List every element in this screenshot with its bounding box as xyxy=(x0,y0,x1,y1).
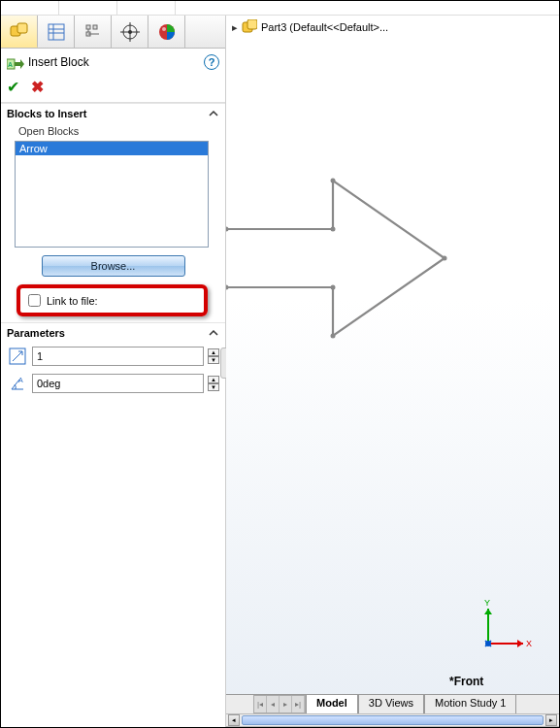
configuration-manager-tab[interactable] xyxy=(75,16,112,48)
document-tabstrip xyxy=(1,1,559,16)
scroll-left-button[interactable]: ◂ xyxy=(228,714,240,726)
parameters-section-header[interactable]: Parameters xyxy=(1,322,225,343)
svg-point-26 xyxy=(331,334,336,339)
svg-rect-1 xyxy=(17,23,27,33)
parameters-section-label: Parameters xyxy=(7,327,65,339)
motion-study-tab[interactable]: Motion Study 1 xyxy=(424,694,516,713)
ok-button[interactable]: ✔ xyxy=(7,78,19,96)
scale-spinner[interactable]: ▲▼ xyxy=(208,348,219,364)
open-blocks-label: Open Blocks xyxy=(1,123,225,139)
svg-point-14 xyxy=(128,30,132,34)
svg-point-16 xyxy=(162,27,166,31)
blocks-section-header[interactable]: Blocks to Insert xyxy=(1,103,225,123)
arrow-sketch-geometry xyxy=(226,171,449,346)
orientation-triad: X Y xyxy=(478,597,537,655)
expand-triangle-icon[interactable]: ▸ xyxy=(232,21,238,34)
angle-parameter-row: A ▲▼ xyxy=(1,370,225,397)
cancel-button[interactable]: ✖ xyxy=(31,78,44,96)
display-manager-tab[interactable] xyxy=(148,16,185,48)
scale-input[interactable] xyxy=(32,347,204,366)
feature-tree-breadcrumb[interactable]: ▸ Part3 (Default<<Default>... xyxy=(226,16,559,39)
command-title: Insert Block xyxy=(28,55,89,69)
scroll-thumb[interactable] xyxy=(242,715,544,725)
bottom-tabstrip: |◂◂▸▸| Model 3D Views Motion Study 1 xyxy=(226,694,559,713)
command-header: A Insert Block ? xyxy=(1,49,225,76)
scroll-right-button[interactable]: ▸ xyxy=(545,714,557,726)
svg-point-28 xyxy=(226,227,229,232)
part-icon xyxy=(242,19,257,35)
svg-rect-2 xyxy=(49,24,64,40)
chevron-up-icon xyxy=(208,108,219,119)
graphics-viewport[interactable]: ▸ Part3 (Default<<Default>... X xyxy=(226,16,559,727)
angle-input[interactable] xyxy=(32,374,204,393)
help-button[interactable]: ? xyxy=(204,54,219,70)
feature-manager-tab[interactable] xyxy=(1,16,38,48)
property-manager-panel: A Insert Block ? ✔ ✖ Blocks to Insert Op… xyxy=(1,16,226,727)
svg-point-25 xyxy=(443,256,447,261)
svg-point-27 xyxy=(331,285,336,290)
svg-text:X: X xyxy=(526,639,532,648)
dimxpert-tab[interactable] xyxy=(112,16,148,48)
scale-icon xyxy=(7,347,28,366)
confirm-cancel-row: ✔ ✖ xyxy=(1,76,225,103)
model-tab[interactable]: Model xyxy=(306,694,358,713)
angle-spinner[interactable]: ▲▼ xyxy=(208,376,219,391)
svg-point-24 xyxy=(331,179,336,183)
svg-rect-8 xyxy=(93,25,97,29)
svg-text:Y: Y xyxy=(484,598,490,608)
tab-nav-buttons[interactable]: |◂◂▸▸| xyxy=(253,695,306,713)
horizontal-scrollbar[interactable]: ◂ ▸ xyxy=(226,713,559,727)
panel-tab-row xyxy=(1,16,225,49)
insert-block-icon: A xyxy=(7,54,24,70)
link-to-file-highlight: Link to file: xyxy=(16,284,208,316)
svg-rect-6 xyxy=(86,25,90,29)
browse-button[interactable]: Browse... xyxy=(42,255,185,277)
svg-text:A: A xyxy=(18,377,23,383)
breadcrumb-text: Part3 (Default<<Default>... xyxy=(261,21,388,33)
svg-point-23 xyxy=(331,227,336,232)
svg-point-29 xyxy=(226,285,229,290)
link-to-file-label: Link to file: xyxy=(47,295,98,307)
angle-icon: A xyxy=(7,374,28,393)
svg-text:A: A xyxy=(8,61,13,68)
blocks-section-label: Blocks to Insert xyxy=(7,108,87,119)
property-manager-tab[interactable] xyxy=(38,16,75,48)
link-to-file-checkbox[interactable] xyxy=(28,294,41,307)
3d-views-tab[interactable]: 3D Views xyxy=(358,694,424,713)
open-blocks-list[interactable]: Arrow xyxy=(15,141,209,248)
scale-parameter-row: ▲▼ xyxy=(1,343,225,370)
chevron-up-icon xyxy=(208,327,219,339)
svg-rect-22 xyxy=(247,19,257,29)
view-orientation-label: *Front xyxy=(449,675,483,688)
list-item[interactable]: Arrow xyxy=(16,142,208,155)
